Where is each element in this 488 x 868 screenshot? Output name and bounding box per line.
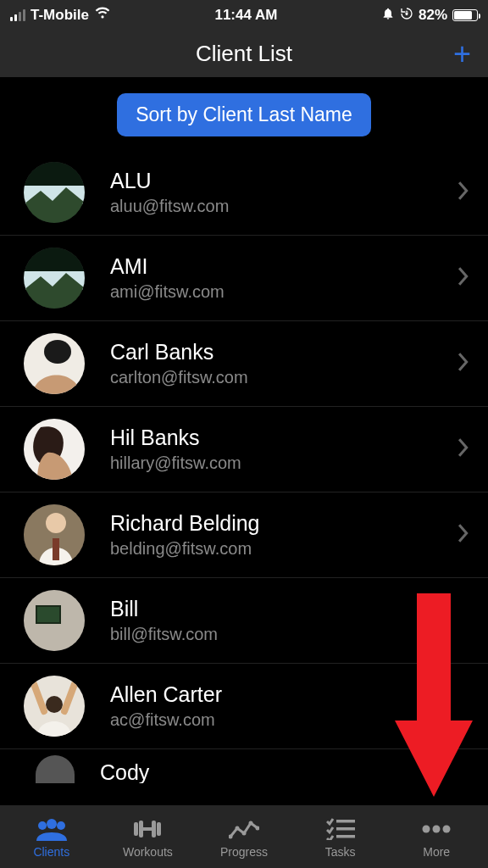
progress-icon — [229, 816, 259, 842]
avatar — [24, 419, 85, 480]
tab-label: More — [423, 845, 450, 859]
client-row[interactable]: ALU aluu@fitsw.com — [0, 150, 488, 236]
dumbbell-icon — [130, 816, 164, 842]
chevron-right-icon — [458, 438, 469, 460]
tab-label: Workouts — [123, 845, 173, 859]
client-name: Hil Banks — [110, 426, 241, 450]
avatar — [24, 676, 85, 737]
client-email: bill@fitsw.com — [110, 625, 218, 644]
signal-icon — [10, 9, 25, 21]
client-name: Carl Banks — [110, 340, 248, 364]
tab-clients[interactable]: Clients — [3, 816, 100, 859]
svg-point-27 — [248, 821, 252, 826]
client-name: AMI — [110, 254, 225, 279]
svg-point-17 — [38, 821, 47, 830]
svg-point-32 — [423, 826, 430, 833]
page-title: Client List — [196, 41, 292, 67]
client-email: hillary@fitsw.com — [110, 453, 241, 473]
status-bar: T-Mobile 11:44 AM 82% — [0, 0, 488, 31]
chevron-right-icon — [458, 524, 469, 546]
chevron-right-icon — [458, 353, 469, 375]
tab-workouts[interactable]: Workouts — [100, 816, 197, 859]
client-name: Richard Belding — [110, 511, 260, 536]
svg-point-18 — [57, 821, 65, 830]
client-row[interactable]: Allen Carter ac@fitsw.com — [0, 664, 488, 749]
avatar — [24, 590, 85, 651]
tab-more[interactable]: More — [388, 816, 485, 859]
add-client-button[interactable]: + — [453, 39, 471, 70]
client-email: belding@fitsw.com — [110, 539, 260, 559]
svg-point-34 — [443, 826, 451, 833]
svg-rect-23 — [157, 822, 161, 836]
chevron-right-icon — [458, 267, 469, 289]
client-email: ami@fitsw.com — [110, 282, 225, 302]
tab-bar: Clients Workouts Progress Tasks More — [0, 805, 488, 868]
orientation-lock-icon — [400, 7, 413, 25]
client-row[interactable]: AMI ami@fitsw.com — [0, 236, 488, 321]
clients-icon — [35, 816, 69, 842]
client-row[interactable]: Cody — [0, 749, 488, 783]
tab-label: Clients — [33, 845, 69, 859]
client-row[interactable]: Carl Banks carlton@fitsw.com — [0, 321, 488, 407]
wifi-icon — [94, 7, 111, 24]
client-row[interactable]: Bill bill@fitsw.com — [0, 578, 488, 664]
svg-point-6 — [44, 340, 71, 364]
chevron-right-icon — [458, 181, 469, 203]
carrier-label: T-Mobile — [30, 7, 89, 24]
sort-button[interactable]: Sort by Client Last Name — [117, 93, 371, 136]
tasks-icon — [326, 816, 355, 842]
client-row[interactable]: Richard Belding belding@fitsw.com — [0, 492, 488, 578]
svg-point-26 — [241, 832, 246, 836]
svg-rect-29 — [336, 820, 355, 823]
tab-label: Tasks — [325, 845, 356, 859]
svg-rect-21 — [143, 827, 152, 831]
client-name: Cody — [100, 760, 149, 784]
client-email: aluu@fitsw.com — [110, 197, 229, 216]
svg-rect-30 — [336, 827, 355, 831]
avatar — [24, 333, 85, 394]
svg-rect-20 — [139, 821, 143, 837]
battery-icon — [452, 9, 478, 21]
more-icon — [421, 816, 452, 842]
battery-pct: 82% — [419, 7, 447, 24]
nav-bar: Client List + — [0, 31, 488, 78]
svg-point-33 — [433, 826, 441, 833]
tab-tasks[interactable]: Tasks — [292, 816, 389, 859]
svg-rect-13 — [37, 607, 59, 622]
avatar — [24, 504, 85, 565]
client-name: Bill — [110, 597, 218, 621]
svg-rect-22 — [152, 821, 156, 837]
client-name: Allen Carter — [110, 682, 222, 707]
tab-progress[interactable]: Progress — [196, 816, 292, 859]
svg-rect-10 — [53, 538, 59, 560]
status-time: 11:44 AM — [214, 7, 277, 24]
svg-point-15 — [46, 696, 63, 713]
tab-label: Progress — [220, 845, 268, 859]
svg-point-9 — [46, 513, 66, 533]
avatar — [24, 162, 85, 223]
svg-point-16 — [47, 819, 57, 829]
avatar — [24, 248, 85, 309]
client-email: ac@fitsw.com — [110, 710, 222, 730]
svg-point-25 — [235, 826, 239, 831]
client-row[interactable]: Hil Banks hillary@fitsw.com — [0, 407, 488, 492]
alarm-icon — [381, 7, 395, 25]
avatar — [36, 755, 75, 783]
client-email: carlton@fitsw.com — [110, 368, 248, 387]
svg-rect-19 — [134, 822, 138, 836]
svg-rect-0 — [406, 12, 408, 14]
svg-rect-31 — [336, 835, 355, 838]
client-name: ALU — [110, 169, 229, 193]
client-list: ALU aluu@fitsw.com AMI ami@fitsw.com Car… — [0, 150, 488, 783]
